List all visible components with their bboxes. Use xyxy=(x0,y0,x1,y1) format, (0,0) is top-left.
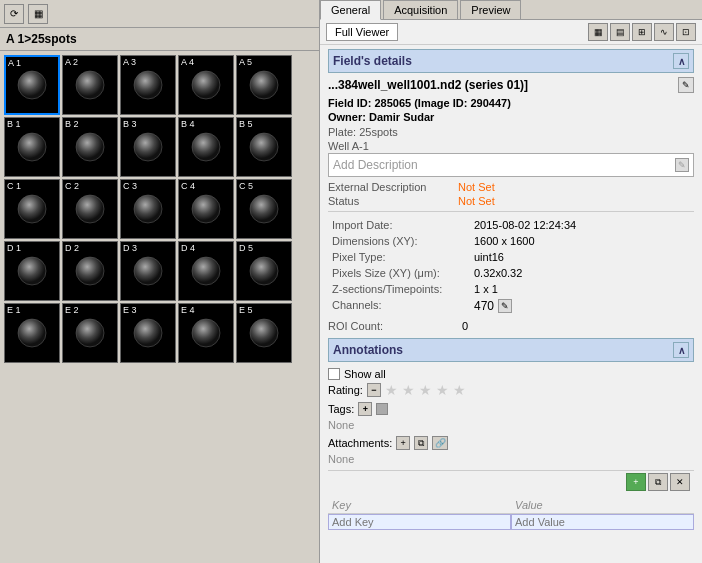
grid-cell-e1[interactable]: E 1 xyxy=(4,303,60,363)
svg-point-15 xyxy=(18,257,46,285)
svg-point-8 xyxy=(192,133,220,161)
kv-value-input[interactable] xyxy=(511,514,694,530)
svg-point-19 xyxy=(250,257,278,285)
owner-value: Owner: Damir Sudar xyxy=(328,111,434,123)
svg-point-9 xyxy=(250,133,278,161)
grid-cell-c2[interactable]: C 2 xyxy=(62,179,118,239)
tab-preview[interactable]: Preview xyxy=(460,0,521,19)
grid-cell-b3[interactable]: B 3 xyxy=(120,117,176,177)
roi-count-row: ROI Count: 0 xyxy=(328,320,694,332)
show-all-checkbox[interactable] xyxy=(328,368,340,380)
grid-cell-b5[interactable]: B 5 xyxy=(236,117,292,177)
grid-cell-a1[interactable]: A 1 xyxy=(4,55,60,115)
grid-cell-e3[interactable]: E 3 xyxy=(120,303,176,363)
import-date-row: Import Date: 2015-08-02 12:24:34 xyxy=(330,218,692,232)
star-2[interactable]: ★ xyxy=(402,382,415,398)
view-icon-1[interactable]: ▦ xyxy=(588,23,608,41)
fields-details-collapse[interactable]: ∧ xyxy=(673,53,689,69)
attachments-label: Attachments: xyxy=(328,437,392,449)
grid-cell-e2[interactable]: E 2 xyxy=(62,303,118,363)
kv-key-input[interactable] xyxy=(328,514,511,530)
toolbar-btn-1[interactable]: ⟳ xyxy=(4,4,24,24)
tab-general[interactable]: General xyxy=(320,0,381,20)
grid-cell-d3[interactable]: D 3 xyxy=(120,241,176,301)
svg-point-14 xyxy=(250,195,278,223)
grid-cell-d4[interactable]: D 4 xyxy=(178,241,234,301)
rating-minus-btn[interactable]: − xyxy=(367,383,381,397)
subtab-full-viewer[interactable]: Full Viewer xyxy=(326,23,398,41)
pixel-type-label: Pixel Type: xyxy=(330,250,470,264)
cell-label: C 5 xyxy=(239,181,253,191)
plate-value: Plate: 25spots xyxy=(328,126,398,138)
kv-copy-btn[interactable]: ⧉ xyxy=(648,473,668,491)
ext-desc-row: External Description Not Set xyxy=(328,181,694,193)
grid-cell-e4[interactable]: E 4 xyxy=(178,303,234,363)
kv-add-btn[interactable]: + xyxy=(626,473,646,491)
attachments-add-btn[interactable]: + xyxy=(396,436,410,450)
rating-label: Rating: xyxy=(328,384,363,396)
cell-label: B 2 xyxy=(65,119,79,129)
grid-cell-c4[interactable]: C 4 xyxy=(178,179,234,239)
description-placeholder: Add Description xyxy=(333,158,418,172)
svg-point-12 xyxy=(134,195,162,223)
cell-label: D 1 xyxy=(7,243,21,253)
description-edit-icon[interactable]: ✎ xyxy=(675,158,689,172)
star-4[interactable]: ★ xyxy=(436,382,449,398)
svg-point-22 xyxy=(134,319,162,347)
view-icon-4[interactable]: ∿ xyxy=(654,23,674,41)
cell-label: C 3 xyxy=(123,181,137,191)
grid-cell-a5[interactable]: A 5 xyxy=(236,55,292,115)
view-icon-2[interactable]: ▤ xyxy=(610,23,630,41)
svg-point-6 xyxy=(76,133,104,161)
cell-label: C 4 xyxy=(181,181,195,191)
filename-edit-icon[interactable]: ✎ xyxy=(678,77,694,93)
grid-row-0: A 1A 2A 3A 4A 5 xyxy=(4,55,315,115)
grid-cell-d5[interactable]: D 5 xyxy=(236,241,292,301)
z-sections-label: Z-sections/Timepoints: xyxy=(330,282,470,296)
status-row: Status Not Set xyxy=(328,195,694,207)
rating-row: Rating: − ★ ★ ★ ★ ★ xyxy=(328,382,694,398)
cell-label: D 4 xyxy=(181,243,195,253)
grid-cell-a2[interactable]: A 2 xyxy=(62,55,118,115)
tab-acquisition[interactable]: Acquisition xyxy=(383,0,458,19)
cell-label: E 2 xyxy=(65,305,79,315)
grid-cell-d2[interactable]: D 2 xyxy=(62,241,118,301)
grid-cell-c5[interactable]: C 5 xyxy=(236,179,292,239)
star-1[interactable]: ★ xyxy=(385,382,398,398)
description-box[interactable]: Add Description ✎ xyxy=(328,153,694,177)
grid-cell-c1[interactable]: C 1 xyxy=(4,179,60,239)
attachments-copy-btn[interactable]: ⧉ xyxy=(414,436,428,450)
attachments-link-btn[interactable]: 🔗 xyxy=(432,436,448,450)
view-icon-3[interactable]: ⊞ xyxy=(632,23,652,41)
star-3[interactable]: ★ xyxy=(419,382,432,398)
cell-label: A 1 xyxy=(8,58,21,68)
grid-cell-b1[interactable]: B 1 xyxy=(4,117,60,177)
star-5[interactable]: ★ xyxy=(453,382,466,398)
kv-add-row xyxy=(328,514,694,531)
svg-point-7 xyxy=(134,133,162,161)
annotations-collapse[interactable]: ∧ xyxy=(673,342,689,358)
grid-row-2: C 1C 2C 3C 4C 5 xyxy=(4,179,315,239)
dimensions-label: Dimensions (XY): xyxy=(330,234,470,248)
view-icon-5[interactable]: ⊡ xyxy=(676,23,696,41)
import-date-label: Import Date: xyxy=(330,218,470,232)
z-sections-row: Z-sections/Timepoints: 1 x 1 xyxy=(330,282,692,296)
none-tags-text: None xyxy=(328,418,694,432)
dimensions-value: 1600 x 1600 xyxy=(472,234,692,248)
kv-delete-btn[interactable]: ✕ xyxy=(670,473,690,491)
image-grid: A 1A 2A 3A 4A 5B 1B 2B 3B 4B 5C 1C 2C 3C… xyxy=(0,51,319,563)
channel-edit-icon[interactable]: ✎ xyxy=(498,299,512,313)
tags-add-btn[interactable]: + xyxy=(358,402,372,416)
toolbar-btn-2[interactable]: ▦ xyxy=(28,4,48,24)
cell-label: C 2 xyxy=(65,181,79,191)
pixel-type-row: Pixel Type: uint16 xyxy=(330,250,692,264)
grid-row-4: E 1E 2E 3E 4E 5 xyxy=(4,303,315,363)
grid-cell-d1[interactable]: D 1 xyxy=(4,241,60,301)
grid-cell-e5[interactable]: E 5 xyxy=(236,303,292,363)
grid-title: A 1>25spots xyxy=(0,28,319,51)
grid-cell-b4[interactable]: B 4 xyxy=(178,117,234,177)
grid-cell-a3[interactable]: A 3 xyxy=(120,55,176,115)
grid-cell-c3[interactable]: C 3 xyxy=(120,179,176,239)
grid-cell-a4[interactable]: A 4 xyxy=(178,55,234,115)
grid-cell-b2[interactable]: B 2 xyxy=(62,117,118,177)
